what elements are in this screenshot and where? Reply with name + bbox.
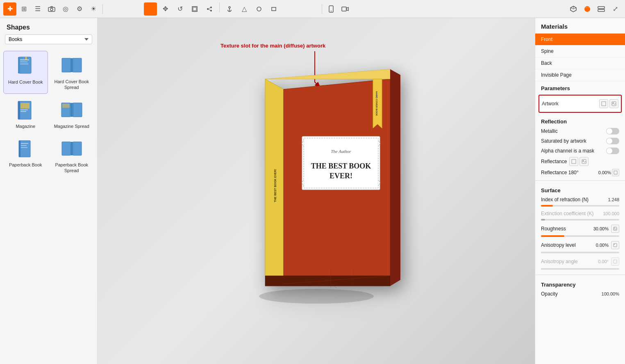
- svg-marker-61: [390, 69, 400, 286]
- circle-icon[interactable]: [252, 2, 266, 16]
- ior-label: Index of refraction (N): [541, 197, 589, 202]
- svg-rect-37: [20, 111, 26, 112]
- roughness-image-btn[interactable]: [611, 225, 619, 233]
- artwork-row: Artwork: [542, 98, 618, 109]
- shapes-dropdown[interactable]: Books Magazines Boxes Bottles: [5, 34, 92, 44]
- hard-cover-spread-icon: [60, 54, 83, 77]
- svg-rect-44: [19, 141, 20, 157]
- alpha-toggle[interactable]: [606, 148, 619, 154]
- svg-text:THE BEST BOOK: THE BEST BOOK: [311, 162, 371, 170]
- svg-point-82: [614, 228, 615, 228]
- shape-item-magazine[interactable]: Magazine: [3, 96, 48, 132]
- book-illustration: THE BEST BOOK EVER!: [230, 67, 402, 305]
- shape-item-magazine-spread[interactable]: Magazine Spread: [50, 96, 94, 132]
- shape-item-paperback-book[interactable]: Paperback Book: [3, 134, 48, 177]
- saturated-label: Saturated by artwork: [541, 138, 586, 144]
- paperback-book-label: Paperback Book: [9, 162, 42, 168]
- anisotropy-image-btn[interactable]: [611, 241, 619, 249]
- ior-row: Index of refraction (N) 1.248: [535, 195, 625, 204]
- svg-point-11: [257, 7, 261, 11]
- svg-rect-27: [20, 64, 28, 64]
- canvas-area[interactable]: Texture slot for the main (diffuse) artw…: [98, 18, 535, 364]
- svg-rect-74: [602, 102, 606, 106]
- svg-rect-25: [20, 59, 29, 60]
- ior-slider[interactable]: [535, 204, 625, 209]
- move-icon[interactable]: ✥: [159, 2, 172, 16]
- roughness-slider[interactable]: [535, 234, 625, 239]
- cursor-icon[interactable]: [144, 2, 157, 16]
- paperback-spread-icon: [60, 137, 83, 160]
- rotate-icon[interactable]: ↺: [173, 2, 186, 16]
- anisotropy-slider[interactable]: [535, 251, 625, 256]
- magazine-spread-label: Magazine Spread: [54, 123, 89, 129]
- shape-item-hard-cover-book[interactable]: Hard Cover Book: [3, 51, 48, 94]
- scale-icon[interactable]: [188, 2, 201, 16]
- hard-cover-book-label: Hard Cover Book: [8, 79, 43, 85]
- svg-point-9: [229, 7, 230, 8]
- tab-spine[interactable]: Spine: [535, 46, 625, 57]
- parameters-box: Artwork: [539, 95, 622, 113]
- hard-cover-book-icon: [14, 55, 37, 77]
- divider-surface: [535, 180, 625, 181]
- phone-preview-icon[interactable]: [325, 2, 338, 16]
- svg-rect-45: [21, 143, 28, 144]
- camera-icon[interactable]: [45, 2, 58, 16]
- reflectance-180-input-btn[interactable]: [612, 169, 619, 176]
- reflection-title: Reflection: [535, 114, 625, 126]
- settings-icon[interactable]: ⚙: [73, 2, 86, 16]
- sun-icon[interactable]: ☀: [87, 2, 100, 16]
- node-icon[interactable]: [203, 2, 216, 16]
- aniso-angle-btn[interactable]: [611, 257, 619, 266]
- tab-invisible-page[interactable]: Invisible Page: [535, 69, 625, 81]
- shape-item-hard-cover-spread[interactable]: Hard Cover Book Spread: [50, 51, 94, 94]
- svg-rect-3: [193, 7, 196, 11]
- svg-rect-29: [62, 58, 71, 72]
- orange-ball-icon[interactable]: [581, 2, 594, 16]
- metallic-toggle[interactable]: [606, 128, 619, 134]
- rect-icon[interactable]: [267, 2, 280, 16]
- svg-point-14: [331, 11, 332, 11]
- shapes-panel: Shapes Books Magazines Boxes Bottles Har…: [0, 18, 98, 364]
- fullscreen-icon[interactable]: ⤢: [609, 2, 622, 16]
- svg-line-7: [208, 7, 211, 9]
- triangle-icon[interactable]: △: [238, 2, 251, 16]
- magazine-icon: [14, 99, 37, 122]
- reflectance-image-btn[interactable]: [580, 157, 589, 166]
- video-preview-icon[interactable]: [339, 2, 352, 16]
- svg-rect-12: [272, 7, 276, 11]
- shape-item-paperback-spread[interactable]: Paperback Book Spread: [50, 134, 94, 177]
- reflectance-controls: [569, 157, 589, 166]
- extinction-label: Extinction coefficient (K): [541, 211, 594, 216]
- svg-rect-80: [614, 171, 617, 174]
- tab-front[interactable]: Front: [535, 34, 625, 46]
- menu-icon[interactable]: ☰: [31, 2, 44, 16]
- reflectance-clear-btn[interactable]: [569, 157, 578, 166]
- 3d-cube-icon[interactable]: [567, 2, 580, 16]
- svg-rect-21: [598, 7, 605, 9]
- saturated-toggle[interactable]: [606, 138, 619, 144]
- divider-transparency: [535, 275, 625, 275]
- svg-line-8: [208, 9, 211, 11]
- main-layout: Shapes Books Magazines Boxes Bottles Har…: [0, 18, 625, 364]
- svg-text:The Author: The Author: [331, 149, 351, 154]
- tab-back[interactable]: Back: [535, 57, 625, 69]
- grid-icon[interactable]: ⊞: [17, 2, 30, 16]
- svg-point-53: [259, 289, 374, 304]
- svg-rect-49: [73, 142, 82, 155]
- aniso-angle-value: 0.00°: [598, 259, 609, 264]
- reflectance-label: Reflectance: [541, 159, 567, 164]
- anchor-icon[interactable]: [223, 2, 236, 16]
- svg-rect-34: [18, 101, 20, 119]
- plus-icon[interactable]: ✚: [3, 2, 16, 16]
- artwork-clear-btn[interactable]: [599, 99, 608, 108]
- svg-rect-30: [73, 58, 82, 72]
- artwork-image-btn[interactable]: [609, 99, 618, 108]
- aniso-angle-slider[interactable]: [535, 267, 625, 272]
- extinction-slider[interactable]: [535, 218, 625, 223]
- reflectance-row: Reflectance: [535, 156, 625, 167]
- target-icon[interactable]: ◎: [59, 2, 72, 16]
- separator-3: [322, 4, 322, 14]
- paperback-book-icon: [14, 137, 37, 160]
- layers2-icon[interactable]: [595, 2, 608, 16]
- svg-point-20: [584, 6, 590, 12]
